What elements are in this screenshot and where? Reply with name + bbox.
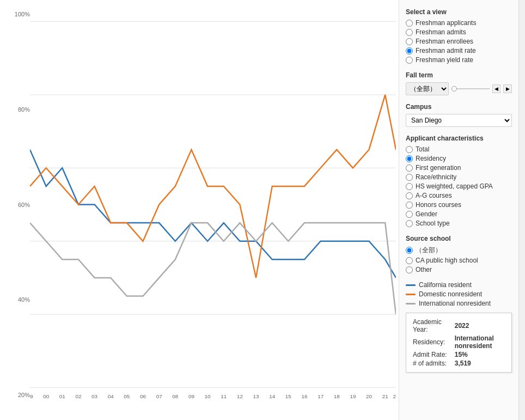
- view-admits-label: Freshman admits: [416, 28, 466, 36]
- char-gender-label: Gender: [416, 210, 437, 218]
- tooltip-admits-row: # of admits: 3,519: [413, 359, 505, 368]
- select-view-title: Select a view: [406, 8, 512, 16]
- char-gpa-radio[interactable]: [406, 183, 413, 190]
- svg-text:19: 19: [350, 393, 356, 399]
- char-ag-radio[interactable]: [406, 192, 413, 199]
- y-axis: 100% 80% 60% 40% 20%: [5, 11, 30, 398]
- char-school-type[interactable]: School type: [406, 220, 512, 227]
- view-admit-rate-radio[interactable]: [406, 47, 413, 54]
- source-other[interactable]: Other: [406, 266, 512, 273]
- legend-california-resident: California resident: [406, 281, 512, 289]
- char-ag-label: A-G courses: [416, 192, 452, 199]
- char-first-gen-radio[interactable]: [406, 165, 413, 172]
- y-label-60: 60%: [18, 202, 30, 208]
- view-freshman-admits[interactable]: Freshman admits: [406, 28, 512, 36]
- view-freshman-yield-rate[interactable]: Freshman yield rate: [406, 56, 512, 64]
- char-total[interactable]: Total: [406, 145, 512, 153]
- source-all-label: （全部）: [416, 246, 442, 255]
- view-enrollees-radio[interactable]: [406, 38, 413, 45]
- char-school-type-radio[interactable]: [406, 220, 413, 227]
- tooltip-admits-label: # of admits:: [413, 359, 450, 368]
- prev-button[interactable]: ◀: [492, 84, 501, 93]
- tooltip-admits-value: 3,519: [450, 359, 505, 368]
- applicant-characteristics-title: Applicant characteristics: [406, 135, 512, 142]
- view-admit-rate-label: Freshman admit rate: [416, 47, 476, 54]
- view-yield-rate-radio[interactable]: [406, 57, 413, 64]
- campus-dropdown[interactable]: San Diego: [406, 114, 512, 127]
- svg-text:22: 22: [393, 393, 396, 399]
- source-all[interactable]: （全部）: [406, 246, 512, 255]
- svg-text:99: 99: [30, 393, 33, 399]
- international-nonresident-color: [406, 303, 416, 305]
- char-first-gen[interactable]: First generation: [406, 164, 512, 172]
- svg-text:05: 05: [124, 393, 130, 399]
- fall-term-select[interactable]: （全部）: [406, 82, 449, 95]
- scrollbar[interactable]: [518, 0, 525, 420]
- domestic-nonresident-label: Domestic nonresident: [419, 290, 482, 298]
- source-ca-radio[interactable]: [406, 257, 413, 264]
- domestic-nonresident-color: [406, 294, 416, 295]
- char-race-radio[interactable]: [406, 174, 413, 181]
- international-nonresident-label: International nonresident: [419, 300, 491, 307]
- fall-term-slider[interactable]: [451, 88, 490, 89]
- tooltip-residency-value: International nonresident: [450, 334, 505, 350]
- char-gender[interactable]: Gender: [406, 210, 512, 218]
- source-ca-label: CA public high school: [416, 257, 478, 264]
- char-residency-label: Residency: [416, 155, 446, 162]
- california-resident-color: [406, 284, 416, 286]
- view-freshman-enrollees[interactable]: Freshman enrollees: [406, 38, 512, 45]
- characteristics-radio-group: Total Residency First generation Race/et…: [406, 145, 512, 227]
- svg-text:18: 18: [334, 393, 340, 399]
- char-honors[interactable]: Honors courses: [406, 201, 512, 209]
- view-freshman-admit-rate[interactable]: Freshman admit rate: [406, 47, 512, 54]
- char-race-ethnicity[interactable]: Race/ethnicity: [406, 173, 512, 181]
- fall-term-controls: （全部） ◀ ▶: [406, 82, 512, 95]
- char-residency[interactable]: Residency: [406, 155, 512, 162]
- char-honors-radio[interactable]: [406, 202, 413, 209]
- char-school-type-label: School type: [416, 220, 450, 227]
- tooltip-table: Academic Year: 2022 Residency: Internati…: [413, 318, 505, 368]
- legend: California resident Domestic nonresident…: [406, 281, 512, 307]
- char-total-radio[interactable]: [406, 146, 413, 153]
- next-button[interactable]: ▶: [503, 84, 512, 93]
- tooltip-year-value: 2022: [450, 318, 505, 334]
- slider-track: [451, 88, 490, 89]
- source-school-section: Source school （全部） CA public high school…: [406, 235, 512, 273]
- tooltip-admit-rate-row: Admit Rate: 15%: [413, 350, 505, 359]
- svg-text:04: 04: [108, 393, 114, 399]
- domestic-nonresident-line: [30, 95, 396, 278]
- svg-text:14: 14: [269, 393, 275, 399]
- legend-international-nonresident: International nonresident: [406, 300, 512, 307]
- char-ag-courses[interactable]: A-G courses: [406, 192, 512, 199]
- source-other-radio[interactable]: [406, 266, 413, 273]
- source-school-radio-group: （全部） CA public high school Other: [406, 246, 512, 273]
- char-gpa-label: HS weighted, capped GPA: [416, 182, 493, 190]
- svg-text:20: 20: [366, 393, 372, 399]
- source-all-radio[interactable]: [406, 247, 413, 254]
- char-hs-gpa[interactable]: HS weighted, capped GPA: [406, 182, 512, 190]
- tooltip-box: Academic Year: 2022 Residency: Internati…: [406, 313, 512, 373]
- char-first-gen-label: First generation: [416, 164, 461, 172]
- svg-text:06: 06: [140, 393, 146, 399]
- char-residency-radio[interactable]: [406, 155, 413, 162]
- svg-text:16: 16: [302, 393, 308, 399]
- tooltip-residency-label: Residency:: [413, 334, 450, 350]
- view-applicants-radio[interactable]: [406, 20, 413, 27]
- svg-text:11: 11: [221, 393, 227, 399]
- slider-thumb: [451, 86, 457, 92]
- svg-text:02: 02: [75, 393, 81, 399]
- view-yield-rate-label: Freshman yield rate: [416, 56, 473, 64]
- source-school-title: Source school: [406, 235, 512, 242]
- sidebar: Select a view Freshman applicants Freshm…: [399, 0, 518, 420]
- svg-text:13: 13: [253, 393, 259, 399]
- svg-text:17: 17: [318, 393, 323, 399]
- source-ca-public[interactable]: CA public high school: [406, 257, 512, 264]
- chart-area: 100% 80% 60% 40% 20% 99 00 01 02 03 04 0…: [0, 0, 399, 420]
- select-view-section: Select a view Freshman applicants Freshm…: [406, 8, 512, 64]
- view-freshman-applicants[interactable]: Freshman applicants: [406, 19, 512, 27]
- char-gender-radio[interactable]: [406, 211, 413, 218]
- view-radio-group: Freshman applicants Freshman admits Fres…: [406, 19, 512, 64]
- view-admits-radio[interactable]: [406, 29, 413, 36]
- svg-text:12: 12: [237, 393, 243, 399]
- legend-domestic-nonresident: Domestic nonresident: [406, 290, 512, 298]
